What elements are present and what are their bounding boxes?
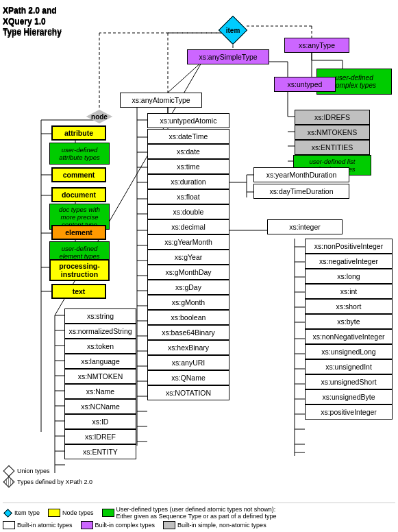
item-node: item (218, 15, 248, 45)
unsignedInt-node: xs:unsignedInt (305, 359, 393, 374)
NOTATION-node: xs:NOTATION (147, 385, 229, 400)
ENTITY-node: xs:ENTITY (64, 444, 136, 459)
attribute-node: attribute (51, 125, 106, 141)
token-node: xs:token (64, 339, 136, 354)
dateTime-node: xs:dateTime (147, 129, 229, 144)
idrefs-node: xs:IDREFS (295, 110, 370, 125)
integer-node: xs:integer (267, 219, 343, 234)
anyType-node: xs:anyType (284, 38, 349, 53)
legend-builtin-simple: Built-in simple, non-atomic types (163, 521, 266, 529)
legend: Item type Node types User-defined types … (3, 503, 395, 529)
comment-node: comment (51, 167, 106, 182)
dayTimeDuration-node: xs:dayTimeDuration (253, 184, 349, 199)
nonPositiveInteger-node: xs:nonPositiveInteger (305, 239, 393, 254)
legend-item-type: Item type (3, 506, 40, 520)
legend-builtin-complex: Built-in complex types (81, 521, 156, 529)
diagram-container: XPath 2.0 andXQuery 1.0Type Hierarchy (0, 0, 398, 532)
userDefinedAttribute-node: user-defined attribute types (49, 143, 110, 165)
float-node: xs:float (147, 189, 229, 204)
int-node: xs:int (305, 284, 393, 299)
document-node: document (51, 187, 106, 202)
gDay-node: xs:gDay (147, 280, 229, 295)
duration-node: xs:duration (147, 174, 229, 189)
legend-user-defined: User-defined types (user defined atomic … (102, 506, 277, 520)
IDREF-node: xs:IDREF (64, 429, 136, 444)
language-node: xs:language (64, 354, 136, 369)
byte-node: xs:byte (305, 314, 393, 329)
negativeInteger-node: xs:negativeInteger (305, 254, 393, 269)
unsignedByte-node: xs:unsignedByte (305, 389, 393, 404)
date-node: xs:date (147, 144, 229, 159)
anySimpleType-node: xs:anySimpleType (187, 49, 269, 64)
normalizedString-node: xs:normalizedString (64, 324, 136, 339)
svg-line-19 (168, 62, 202, 93)
untyped-node: xs:untyped (274, 77, 336, 92)
positiveInteger-node: xs:positiveInteger (305, 404, 393, 420)
NCName-node: xs:NCName (64, 399, 136, 414)
text-node: text (51, 284, 106, 299)
base64Binary-node: xs:base64Binary (147, 325, 229, 340)
page-title: XPath 2.0 andXQuery 1.0Type Hierarchy (3, 5, 62, 39)
hexBinary-node: xs:hexBinary (147, 340, 229, 355)
entities-node: xs:ENTITIES (295, 140, 370, 155)
NMTOKEN-node: xs:NMTOKEN (64, 369, 136, 384)
time-node: xs:time (147, 159, 229, 174)
nmtokens-node: xs:NMTOKENS (295, 125, 370, 140)
legend-builtin-atomic: Built-in atomic types (3, 521, 73, 529)
gYear-node: xs:gYear (147, 250, 229, 265)
anyAtomicType-node: xs:anyAtomicType (120, 93, 202, 108)
unsignedLong-node: xs:unsignedLong (305, 344, 393, 359)
unsignedShort-node: xs:unsignedShort (305, 374, 393, 389)
gMonth-node: xs:gMonth (147, 295, 229, 310)
yearMonthDuration-node: xs:yearMonthDuration (253, 167, 349, 182)
anyURI-node: xs:anyURI (147, 355, 229, 370)
boolean-node: xs:boolean (147, 310, 229, 325)
processingInstruction-node: processing-instruction (49, 259, 110, 281)
gYearMonth-node: xs:gYearMonth (147, 234, 229, 250)
element-node: element (51, 225, 106, 240)
Name-node: xs:Name (64, 384, 136, 399)
legend-union-types: Union types Types defined by XPath 2.0 (3, 466, 92, 487)
item-label: item (218, 15, 248, 45)
ID-node: xs:ID (64, 414, 136, 429)
QName-node: xs:QName (147, 370, 229, 385)
decimal-node: xs:decimal (147, 219, 229, 234)
node-node: node (82, 108, 116, 125)
gMonthDay-node: xs:gMonthDay (147, 265, 229, 280)
short-node: xs:short (305, 299, 393, 314)
untypedAtomic-node: xs:untypedAtomic (147, 113, 229, 128)
double-node: xs:double (147, 204, 229, 219)
nonNegativeInteger-node: xs:nonNegativeInteger (305, 329, 393, 344)
string-node: xs:string (64, 309, 136, 324)
legend-node-types: Node types (48, 506, 94, 520)
long-node: xs:long (305, 269, 393, 284)
